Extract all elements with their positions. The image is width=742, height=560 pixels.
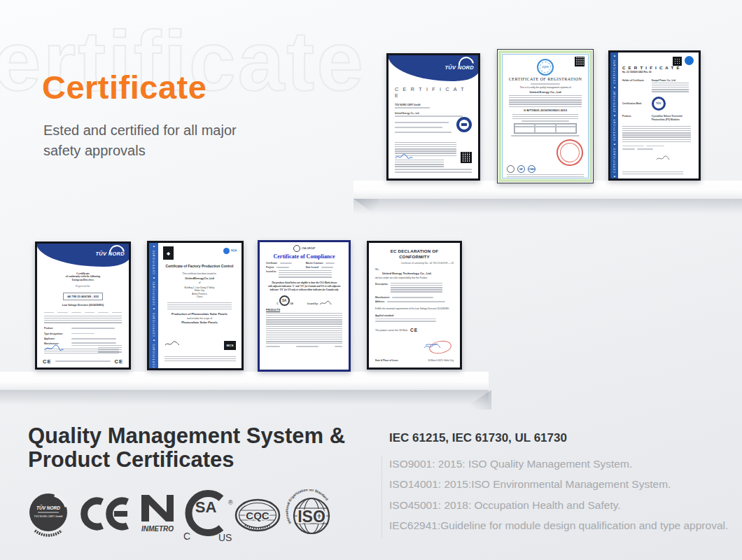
csa-monogram-text: SA <box>282 299 286 302</box>
stripe-text: CERTIFICATE ■ CERTIFICADO ■ CERTIFICAT ■… <box>613 54 616 178</box>
certificate-stripe: CERTIFICATE ■ CERTIFICATE ■ CERTIFICATE … <box>149 243 158 368</box>
text-lines <box>652 83 689 92</box>
ce-mark-icon <box>77 497 133 531</box>
holder-name: United Energy Co., Ltd <box>506 90 584 94</box>
svg-text:US: US <box>218 532 232 542</box>
tuv-seal-icon <box>456 117 472 132</box>
ce-line: The product carries the CE Mark: <box>375 329 408 332</box>
certificate-registration: ZQHX CERTIFICATE OF REGISTRATION This is… <box>497 49 594 183</box>
text-line <box>511 135 580 136</box>
cert-title: Certificate of Factory Production Contro… <box>163 264 236 269</box>
svg-text:SA: SA <box>195 498 217 516</box>
mark-label: Certification Mark: <box>622 102 650 105</box>
issued-to-line: This certificate has been issued to: <box>163 272 236 275</box>
we-line: We, <box>375 268 454 271</box>
cnas-globe-icon <box>507 165 514 173</box>
emblem-text: ZQHX <box>542 66 548 69</box>
date-label: Date & Place of Issue: <box>375 359 398 362</box>
csa-mark: C SA US Issued by: <box>266 295 342 306</box>
field-issued: Issued to: <box>266 270 276 273</box>
products-heading: PRODUCTS <box>266 309 342 312</box>
csa-us: US <box>290 302 293 305</box>
accreditation-logos: IAF CNAS <box>507 165 536 173</box>
subtitle-line1: Ested and certified for all major <box>43 122 237 138</box>
mcs-logo: MCS <box>224 341 236 350</box>
footer-lines <box>622 172 683 174</box>
type-label: Type designation: <box>44 332 69 335</box>
standard-item: ISO45001: 2018: Occupation Health and Sa… <box>389 495 728 515</box>
stripe-text: CERTIFICATE ■ CERTIFICATE ■ CERTIFICATE … <box>153 244 155 368</box>
cert-title: Certificate of Compliance <box>260 253 349 260</box>
mcs-label: MCS <box>227 344 234 347</box>
applied-label: Applied standard: <box>375 314 454 317</box>
inmetro-icon: INMETRO <box>136 492 179 534</box>
signature <box>164 341 180 347</box>
svg-text:C: C <box>183 531 190 542</box>
cert-body: Certificate of conformity with the follo… <box>44 272 122 354</box>
tuv-certification-mark: TÜV <box>652 97 666 111</box>
standard-item: ISO9001: 2015: ISO Quality Management Sy… <box>389 454 728 474</box>
text-line <box>531 83 561 85</box>
cnas-label: CNAS <box>528 168 535 171</box>
cert-number: No. Z2 1D0609 0402 Rev. 00 <box>622 71 694 74</box>
csa-circle-icon <box>293 245 300 252</box>
signature <box>44 344 64 352</box>
tuv-mark-text: TÜV <box>656 102 661 105</box>
certificate-tuv-rheinland: CERTIFICATE ■ CERTIFICADO ■ CERTIFICAT ■… <box>608 50 701 181</box>
scope-title: Production of Photovoltaic Solar Panels <box>163 312 236 316</box>
cert-number: Certificate of conformity No.: 44 790 23… <box>375 262 454 265</box>
manufacturer-label: Manufacturer: <box>375 296 390 299</box>
issued-by-label: Issued by: <box>307 302 318 305</box>
nqa-logo: NQA <box>223 248 237 254</box>
footer-lines <box>164 356 236 363</box>
text-lines <box>395 160 444 168</box>
csa-group-label: CSA GROUP <box>302 247 315 250</box>
cert-title: C E R T I F I C A T E <box>395 86 472 99</box>
text-lines <box>622 126 691 143</box>
signature <box>656 155 670 162</box>
cqc-icon: CQC <box>234 497 281 533</box>
of-line: of <box>163 281 236 284</box>
qr-code <box>461 152 472 163</box>
section-heading: Quality Management System & Product Cert… <box>28 424 345 472</box>
iaf-label: IAF <box>519 168 523 171</box>
signature <box>395 153 413 160</box>
text-lines <box>395 107 430 110</box>
cert-title: EC DECLARATION OF CONFORMITY <box>375 248 454 260</box>
standards-title: IEC 61215, IEC 61730, UL 61730 <box>389 431 567 445</box>
footer-lines <box>395 169 472 174</box>
certificate-tuv-nord: TÜV NORD C E R T I F I C A T E TÜV NORD … <box>386 53 480 181</box>
issuer-contact-lines <box>98 345 122 354</box>
text-lines <box>395 132 451 134</box>
tuv-round-logo <box>685 56 694 65</box>
standard-item: IEC62941:Guideline for module design qua… <box>389 515 728 536</box>
holder-label: Holder of Certificate: <box>622 79 650 82</box>
svg-text:ISO: ISO <box>298 507 326 526</box>
cert-body: ZQHX CERTIFICATE OF REGISTRATION This is… <box>506 56 584 138</box>
text-line <box>522 120 568 122</box>
applicant-label: Applicant: <box>44 337 69 340</box>
fulfills-line: Fulfills the essential requirements of t… <box>375 307 454 310</box>
top-shelf-shadow <box>354 199 742 214</box>
certificate-stripe: CERTIFICATE ■ CERTIFICADO ■ CERTIFICAT ■… <box>610 52 618 178</box>
title-line3: European Directives <box>44 279 122 282</box>
cert-body: EC DECLARATION OF CONFORMITY Certificate… <box>375 248 454 332</box>
bsi-kitemark-icon: ◆ <box>163 246 174 260</box>
footer-line <box>55 360 111 362</box>
scope2: Photovoltaic Solar Panels <box>163 321 236 324</box>
registration-number: 44 799 23 406749 - 032 <box>63 293 102 300</box>
field-date: Date Issued: <box>306 266 319 269</box>
field-project: Project: <box>266 266 274 269</box>
heading-line2: Product Certificates <box>28 447 234 472</box>
holder-name: United Energy Technology Co., Ltd. <box>382 272 454 275</box>
product-label: Product: <box>622 115 650 118</box>
text-lines <box>44 316 122 324</box>
signature-script <box>424 342 444 351</box>
intro-line: This is to certify the quality managemen… <box>506 86 584 89</box>
directive-name: Low Voltage Directive (2014/35/EU) <box>44 304 122 307</box>
svg-text:TÜV NORD: TÜV NORD <box>36 505 60 510</box>
cert-body: Certificate of Factory Production Contro… <box>163 264 236 324</box>
iaf-icon: IAF <box>517 165 525 173</box>
cert-title: CERTIFICATE OF REGISTRATION <box>506 76 584 82</box>
field-master: Master Contract: <box>306 262 323 265</box>
